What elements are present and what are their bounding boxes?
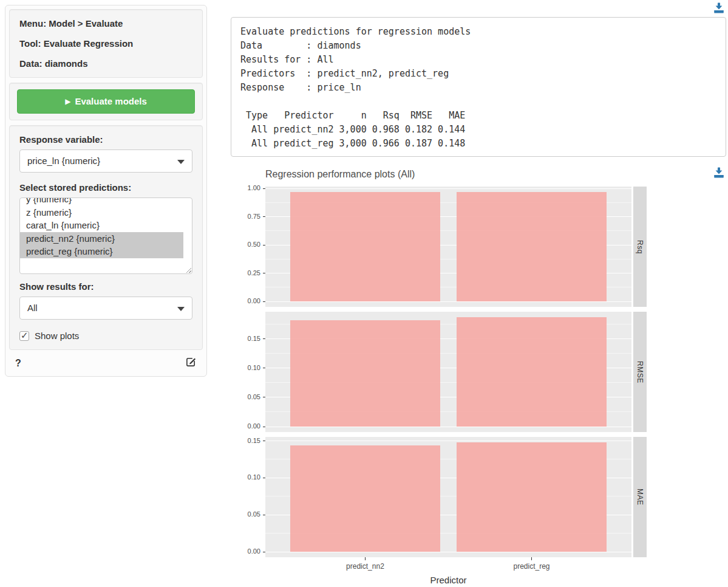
show-plots-checkbox[interactable]: ✓ [19,331,29,341]
evaluate-models-button[interactable]: ▶Evaluate models [17,89,195,114]
chevron-down-icon [177,160,185,164]
facet-panel [265,187,631,307]
bar-predict_nn2-mae [290,445,440,552]
bar-predict_reg-rsq [457,192,607,301]
prediction-option[interactable]: y {numeric} [20,197,192,206]
download-summary-icon[interactable] [713,2,725,16]
bar-predict_reg-rmse [457,317,607,427]
facet-strip-label: RMSE [636,361,644,383]
show-plots-row: ✓ Show plots [19,331,192,341]
facet-rsq: 0.000.250.500.751.00Rsq [231,187,650,307]
y-tick-label: 1.00 [231,184,260,191]
y-tick-label: 0.00 [231,422,260,430]
chevron-down-icon [177,307,185,311]
plot-area: Regression performance plots (All) 0.000… [231,163,726,587]
y-tick-label: 0.00 [231,297,260,304]
response-variable-label: Response variable: [19,134,192,145]
context-summary-panel: Menu: Model > Evaluate Tool: Evaluate Re… [9,9,203,78]
facet-strip-label: Rsq [636,240,644,254]
prediction-option[interactable]: predict_reg {numeric} [20,245,183,258]
response-variable-select[interactable]: price_ln {numeric} [19,149,192,173]
show-results-label: Show results for: [19,281,192,292]
x-tick-mark [531,557,532,560]
stored-predictions-label: Select stored predictions: [19,182,192,193]
y-tick-label: 0.05 [231,510,260,518]
download-plot-icon[interactable] [713,166,725,181]
checkmark-icon: ✓ [21,330,29,341]
y-tick-label: 0.10 [231,473,260,481]
show-results-value: All [27,303,38,313]
show-plots-label: Show plots [35,331,79,341]
evaluate-panel: ▶Evaluate models [9,83,203,120]
facet-strip: MAE [633,437,647,557]
facet-panel [265,312,631,432]
tool-name: Tool: Evaluate Regression [19,38,192,49]
settings-panel: Response variable: price_ln {numeric} Se… [9,125,203,350]
facet-strip-label: MAE [636,489,644,506]
y-tick-label: 0.25 [231,269,260,276]
plot-title: Regression performance plots (All) [265,169,415,180]
menu-breadcrumb: Menu: Model > Evaluate [19,18,192,29]
y-tick-label: 0.75 [231,213,260,220]
x-tick-mark [365,557,366,560]
y-tick-label: 0.15 [231,437,260,444]
y-tick-label: 0.00 [231,548,260,555]
y-tick-label: 0.50 [231,241,260,248]
resize-handle[interactable] [185,267,191,273]
x-category-label: predict_reg [489,562,574,571]
help-button[interactable]: ? [15,358,21,369]
bar-predict_reg-mae [457,442,607,552]
bar-predict_nn2-rmse [290,320,440,427]
sidebar-footer: ? [9,355,203,370]
facet-panel [265,437,631,557]
facet-rmse: 0.000.050.100.15RMSE [231,312,650,432]
y-tick-label: 0.05 [231,393,260,400]
gridline-major [265,441,631,441]
facet-mae: 0.000.050.100.15MAE [231,437,650,557]
show-results-select[interactable]: All [19,297,192,320]
prediction-option[interactable]: z {numeric} [20,206,192,219]
y-tick-label: 0.10 [231,364,260,371]
y-tick-label: 0.15 [231,335,260,342]
prediction-option[interactable]: carat_ln {numeric} [20,219,192,232]
dataset-name: Data: diamonds [19,58,192,69]
stored-predictions-multiselect[interactable]: y {numeric}z {numeric}carat_ln {numeric}… [19,197,192,274]
edit-report-icon[interactable] [185,356,197,370]
summary-output-text: Evaluate predictions for regression mode… [240,25,716,151]
facet-strip: RMSE [633,312,647,432]
x-axis-title: Predictor [265,575,631,585]
response-variable-value: price_ln {numeric} [27,156,100,166]
gridline-major [265,188,631,189]
prediction-option[interactable]: predict_nn2 {numeric} [20,232,183,245]
x-category-label: predict_nn2 [322,562,407,571]
sidebar: Menu: Model > Evaluate Tool: Evaluate Re… [5,5,207,377]
main-content: Evaluate predictions for regression mode… [231,0,726,587]
facet-strip: Rsq [633,187,647,307]
summary-output-panel: Evaluate predictions for regression mode… [231,17,726,157]
bar-predict_nn2-rsq [290,192,440,301]
play-icon: ▶ [65,97,70,106]
